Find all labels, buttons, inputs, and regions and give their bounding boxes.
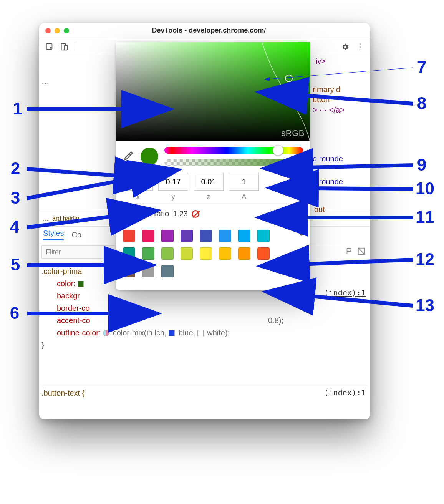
annotation-2: 2 xyxy=(9,159,22,178)
window-title: DevTools - developer.chrome.com/ xyxy=(69,27,370,35)
prop-outline[interactable]: outline-color: xyxy=(57,328,101,337)
palette-swatch[interactable] xyxy=(238,247,250,260)
close-window-icon[interactable] xyxy=(45,28,51,33)
kebab-menu-icon[interactable]: ⋮ xyxy=(355,42,365,52)
x-label: x xyxy=(136,193,140,201)
value-fragment: white); xyxy=(207,328,230,337)
contrast-ratio-row[interactable]: Contrast ratio 1.23 xyxy=(116,203,310,224)
selector[interactable]: .button-text { xyxy=(41,389,84,397)
palette-swatch[interactable] xyxy=(257,230,270,242)
palette-swatch[interactable] xyxy=(142,265,154,277)
x-input[interactable] xyxy=(123,173,153,191)
value-fragment: blue, xyxy=(179,328,197,337)
annotation-5: 5 xyxy=(9,255,22,274)
eyedropper-icon[interactable] xyxy=(123,151,134,162)
devtools-window: DevTools - developer.chrome.com/ ⋮ iv> r… xyxy=(39,23,370,419)
prop-accent[interactable]: accent-co xyxy=(57,316,90,325)
palette-swatch[interactable] xyxy=(181,247,193,260)
palette-set-toggle[interactable] xyxy=(299,230,303,236)
chevron-up-icon xyxy=(295,179,299,181)
srgb-boundary-curve xyxy=(116,42,310,141)
annotation-1: 1 xyxy=(12,99,24,118)
tab-computed[interactable]: Co xyxy=(71,230,81,239)
chevron-down-icon xyxy=(295,182,299,184)
z-input[interactable] xyxy=(194,173,224,191)
selected-color-ring-icon[interactable] xyxy=(285,75,293,82)
separator xyxy=(74,42,74,52)
palette-swatch[interactable] xyxy=(161,247,174,260)
color-preview-icon xyxy=(141,148,158,165)
color-swatch-icon[interactable] xyxy=(78,281,84,287)
palette-swatch[interactable] xyxy=(123,265,135,277)
gear-icon[interactable] xyxy=(340,42,350,52)
alpha-thumb[interactable] xyxy=(292,157,303,168)
contrast-fail-icon xyxy=(192,210,199,218)
palette-swatch[interactable] xyxy=(181,230,193,242)
prop-color[interactable]: color: xyxy=(57,279,76,288)
annotation-10: 10 xyxy=(416,179,434,198)
source-link[interactable]: (index):1 xyxy=(324,288,366,297)
annotation-7: 7 xyxy=(416,58,428,77)
color-picker: sRGB x y z A xyxy=(116,42,310,290)
code-fragment: e rounde xyxy=(313,154,343,163)
picker-controls-row xyxy=(116,141,310,167)
palette-swatch[interactable] xyxy=(200,230,212,242)
a-label: A xyxy=(242,193,246,201)
contrast-value: 1.23 xyxy=(173,209,188,218)
palette-swatch[interactable] xyxy=(142,230,154,242)
annotation-3: 3 xyxy=(9,188,22,207)
palette-swatch[interactable] xyxy=(123,247,135,260)
annotation-4: 4 xyxy=(8,217,21,237)
chevron-down-icon[interactable] xyxy=(295,209,303,219)
palette-swatch[interactable] xyxy=(238,230,250,242)
palette-swatch[interactable] xyxy=(161,265,174,277)
minimize-window-icon[interactable] xyxy=(55,28,60,33)
color-mix-swatch-icon[interactable] xyxy=(103,330,109,336)
colorspace-label: sRGB xyxy=(281,128,305,138)
selector[interactable]: .color-prima xyxy=(41,267,82,275)
color-swatch-icon[interactable] xyxy=(197,330,204,336)
annotation-11: 11 xyxy=(416,207,434,227)
filter-input[interactable] xyxy=(41,245,114,259)
color-model-inputs: x y z A xyxy=(116,167,310,203)
y-label: y xyxy=(172,193,175,201)
breadcrumb-item: ard.hairlin xyxy=(52,215,79,222)
tab-styles[interactable]: Styles xyxy=(43,229,64,240)
palette-swatch[interactable] xyxy=(219,230,231,242)
y-input[interactable] xyxy=(158,173,188,191)
prop-border[interactable]: border-co xyxy=(57,304,90,312)
alpha-slider[interactable] xyxy=(164,159,303,166)
color-swatch-icon[interactable] xyxy=(169,330,175,336)
hue-thumb[interactable] xyxy=(273,145,283,156)
device-toolbar-icon[interactable] xyxy=(59,42,69,52)
palette-swatch[interactable] xyxy=(123,230,135,242)
sv-color-field[interactable]: sRGB xyxy=(116,42,310,141)
new-style-rule-icon[interactable] xyxy=(357,247,366,257)
chevron-up-icon xyxy=(299,230,303,232)
hue-slider[interactable] xyxy=(164,147,303,154)
toggle-hov-icon[interactable] xyxy=(345,247,353,257)
css-rule-block-2: .button-text { xyxy=(41,385,368,398)
traffic-lights xyxy=(39,28,69,33)
palette-swatch[interactable] xyxy=(257,247,270,260)
svg-rect-2 xyxy=(64,45,67,50)
zoom-window-icon[interactable] xyxy=(64,28,69,33)
code-fragment: iv> xyxy=(316,57,326,66)
code-fragment: utton" xyxy=(313,95,333,104)
select-element-icon[interactable] xyxy=(45,42,55,52)
breadcrumb-ellipsis: … xyxy=(42,215,48,222)
chevron-down-icon xyxy=(299,234,303,236)
palette-swatch[interactable] xyxy=(161,230,174,242)
color-model-toggle[interactable] xyxy=(291,174,303,189)
prop-backgr[interactable]: backgr xyxy=(57,292,80,300)
titlebar: DevTools - developer.chrome.com/ xyxy=(39,23,370,38)
code-fragment: rimary d xyxy=(313,85,340,94)
a-input[interactable] xyxy=(229,173,259,191)
palette-swatch[interactable] xyxy=(142,247,154,260)
color-palette xyxy=(116,224,310,290)
annotation-9: 9 xyxy=(416,155,428,174)
annotation-8: 8 xyxy=(416,94,428,113)
palette-swatch[interactable] xyxy=(219,247,231,260)
palette-swatch[interactable] xyxy=(200,247,212,260)
annotation-12: 12 xyxy=(416,250,434,269)
